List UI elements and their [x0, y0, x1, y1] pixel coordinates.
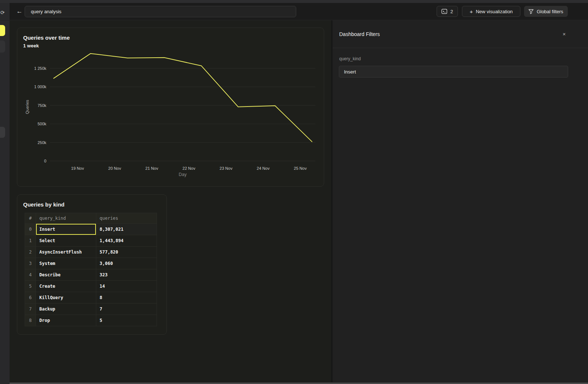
- query-kind-cell[interactable]: Insert: [36, 224, 96, 235]
- row-index-cell: 0: [25, 224, 36, 235]
- table-row: 1Select1,443,894: [25, 235, 157, 247]
- svg-text:23 Nov: 23 Nov: [220, 166, 233, 171]
- query-kind-cell[interactable]: Drop: [36, 315, 96, 326]
- query-kind-cell[interactable]: KillQuery: [36, 292, 96, 304]
- svg-text:25 Nov: 25 Nov: [294, 166, 307, 171]
- visualization-count: 2: [450, 9, 453, 14]
- row-index-cell: 8: [25, 315, 36, 326]
- query-kind-cell[interactable]: AsyncInsertFlush: [36, 247, 96, 258]
- queries-by-kind-card[interactable]: Queries by kind # query_kind queries 0In…: [17, 194, 167, 335]
- query-kind-filter-value: Insert: [344, 69, 356, 75]
- queries-value-cell[interactable]: 3,060: [96, 258, 157, 269]
- svg-text:Queries: Queries: [25, 100, 29, 114]
- svg-text:750k: 750k: [37, 103, 46, 108]
- filter-funnel-icon: [528, 9, 534, 14]
- queries-value-cell[interactable]: 5: [96, 315, 157, 326]
- queries-over-time-card[interactable]: Queries over time 1 week 0250k500k750k1 …: [17, 28, 324, 187]
- svg-text:1 250k: 1 250k: [34, 66, 47, 71]
- column-header-query-kind[interactable]: query_kind: [36, 213, 96, 224]
- svg-text:250k: 250k: [37, 140, 46, 145]
- sidebar-item[interactable]: [0, 40, 5, 53]
- left-sidebar: ⟳: [0, 3, 10, 384]
- sidebar-item-active[interactable]: [0, 25, 5, 36]
- svg-text:19 Nov: 19 Nov: [71, 166, 84, 171]
- window-top-edge: [0, 0, 588, 3]
- table-row: 6KillQuery8: [25, 292, 157, 304]
- table-row: 2AsyncInsertFlush577,820: [25, 247, 157, 258]
- filter-field-label: query_kind: [339, 56, 361, 61]
- filters-panel-title: Dashboard Filters: [339, 31, 380, 37]
- table-row: 0Insert8,307,021: [25, 224, 157, 235]
- queries-by-kind-table: # query_kind queries 0Insert8,307,0211Se…: [25, 213, 157, 326]
- back-button[interactable]: ←: [14, 6, 25, 17]
- close-panel-button[interactable]: ✕: [560, 30, 568, 38]
- queries-value-cell[interactable]: 8,307,021: [96, 224, 157, 235]
- column-header-index[interactable]: #: [25, 213, 36, 224]
- global-filters-label: Global filters: [537, 9, 563, 14]
- app-window: ⟳ ← 2 + New visualization: [0, 0, 588, 384]
- queries-value-cell[interactable]: 1,443,894: [96, 235, 157, 247]
- table-row: 7Backup7: [25, 304, 157, 315]
- arrow-left-icon: ←: [17, 8, 23, 15]
- new-visualization-button[interactable]: + New visualization: [462, 6, 520, 17]
- svg-text:20 Nov: 20 Nov: [108, 166, 121, 171]
- sidebar-item[interactable]: [0, 127, 5, 138]
- global-filters-button[interactable]: Global filters: [524, 6, 568, 17]
- queries-value-cell[interactable]: 8: [96, 292, 157, 304]
- row-index-cell: 2: [25, 247, 36, 258]
- top-bar: ← 2 + New visualization Global fi: [10, 3, 588, 20]
- row-index-cell: 3: [25, 258, 36, 269]
- query-kind-cell[interactable]: System: [36, 258, 96, 269]
- svg-text:21 Nov: 21 Nov: [146, 166, 158, 171]
- query-kind-filter-select[interactable]: Insert: [339, 66, 568, 78]
- queries-value-cell[interactable]: 7: [96, 304, 157, 315]
- table-title: Queries by kind: [23, 201, 65, 208]
- queries-over-time-chart: 0250k500k750k1 000k1 250k19 Nov20 Nov21 …: [17, 28, 325, 187]
- query-kind-cell[interactable]: Select: [36, 235, 96, 247]
- close-icon: ✕: [562, 32, 566, 37]
- window-bottom-edge: [10, 383, 588, 384]
- svg-text:24 Nov: 24 Nov: [257, 166, 270, 171]
- panel-header-divider: [333, 48, 588, 48]
- queries-value-cell[interactable]: 14: [96, 281, 157, 292]
- queries-value-cell[interactable]: 577,820: [96, 247, 157, 258]
- query-kind-cell[interactable]: Describe: [36, 269, 96, 281]
- svg-text:1 000k: 1 000k: [34, 85, 47, 89]
- svg-text:22 Nov: 22 Nov: [183, 166, 196, 171]
- table-row: 4Describe323: [25, 269, 157, 281]
- history-icon[interactable]: ⟳: [0, 10, 5, 15]
- table-row: 5Create14: [25, 281, 157, 292]
- table-row: 8Drop5: [25, 315, 157, 326]
- row-index-cell: 6: [25, 292, 36, 304]
- queries-value-cell[interactable]: 323: [96, 269, 157, 281]
- dashboard-filters-panel: Dashboard Filters ✕ query_kind Insert: [333, 20, 588, 382]
- table-row: 3System3,060: [25, 258, 157, 269]
- column-header-queries[interactable]: queries: [96, 213, 157, 224]
- row-index-cell: 7: [25, 304, 36, 315]
- svg-text:0: 0: [44, 159, 46, 163]
- dashboard-canvas: Queries over time 1 week 0250k500k750k1 …: [10, 20, 331, 382]
- svg-text:500k: 500k: [37, 122, 46, 126]
- query-kind-cell[interactable]: Create: [36, 281, 96, 292]
- table-header-row: # query_kind queries: [25, 213, 157, 224]
- row-index-cell: 4: [25, 269, 36, 281]
- row-index-cell: 5: [25, 281, 36, 292]
- console-icon: [441, 9, 447, 14]
- query-kind-cell[interactable]: Backup: [36, 304, 96, 315]
- plus-icon: +: [470, 9, 473, 14]
- visualization-count-button[interactable]: 2: [437, 6, 458, 17]
- row-index-cell: 1: [25, 235, 36, 247]
- dashboard-title-input[interactable]: [25, 6, 296, 17]
- svg-text:Day: Day: [179, 172, 186, 177]
- queries-by-kind-tbody: 0Insert8,307,0211Select1,443,8942AsyncIn…: [25, 224, 157, 326]
- new-visualization-label: New visualization: [476, 9, 513, 14]
